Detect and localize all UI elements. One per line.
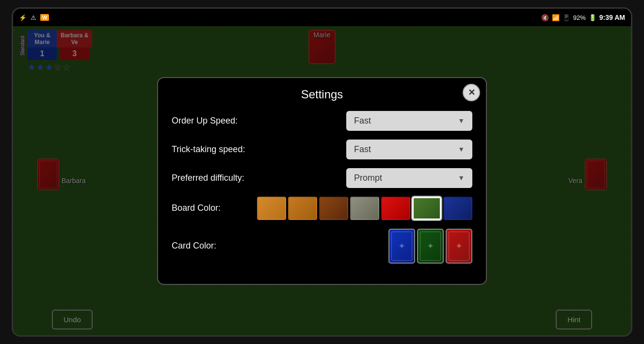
modal-overlay: ✕ Settings Order Up Speed: Fast ▼ Trick-… [13,26,631,335]
board-color-row: Board Color: [172,197,472,220]
status-time: 9:39 AM [599,14,625,21]
card-red-pattern [447,230,471,263]
swatch-blue-felt[interactable] [443,197,472,220]
device-frame: ⚡ ⚠ W 🔇 📶 📱 92% 🔋 9:39 AM Standard You &… [12,7,632,337]
order-up-speed-value: Fast [354,116,371,126]
card-color-label: Card Color: [172,241,216,251]
order-up-speed-arrow: ▼ [458,117,465,125]
close-icon: ✕ [468,87,475,98]
card-green-pattern [418,230,443,263]
word-icon: W [40,14,49,21]
preferred-difficulty-row: Preferred difficulty: Prompt ▼ [172,168,472,188]
close-button[interactable]: ✕ [463,84,480,101]
swatch-light-wood[interactable] [257,197,286,220]
mute-icon: 🔇 [541,14,549,21]
order-up-speed-select[interactable]: Fast ▼ [346,111,472,131]
swatch-medium-wood[interactable] [288,197,317,220]
board-color-label: Board Color: [172,203,221,213]
swatch-dark-wood[interactable] [319,197,348,220]
card-option-green[interactable] [417,229,444,264]
signal-icon: 📱 [563,14,570,21]
trick-taking-speed-arrow: ▼ [458,145,465,153]
swatch-gray-slate[interactable] [350,197,379,220]
game-area: Standard You &Marie 1 Barbara &Ve 3 ★ ★ … [13,26,631,335]
card-color-row: Card Color: [172,229,472,264]
trick-taking-speed-row: Trick-taking speed: Fast ▼ [172,140,472,159]
status-bar: ⚡ ⚠ W 🔇 📶 📱 92% 🔋 9:39 AM [13,9,631,26]
usb-icon: ⚡ [19,14,27,21]
order-up-speed-row: Order Up Speed: Fast ▼ [172,111,472,131]
order-up-speed-label: Order Up Speed: [172,116,238,126]
preferred-difficulty-select[interactable]: Prompt ▼ [346,168,472,188]
status-bar-left: ⚡ ⚠ W [19,14,49,21]
battery-icon: 🔋 [589,14,596,21]
card-option-red[interactable] [446,229,472,264]
battery-label: 92% [573,14,586,21]
preferred-difficulty-label: Preferred difficulty: [172,173,244,183]
wifi-icon: 📶 [552,14,560,21]
modal-title: Settings [172,88,472,101]
status-bar-right: 🔇 📶 📱 92% 🔋 9:39 AM [541,14,625,21]
preferred-difficulty-arrow: ▼ [458,174,465,182]
trick-taking-speed-value: Fast [354,144,371,155]
warning-icon: ⚠ [31,14,36,21]
board-color-swatches [257,197,472,220]
trick-taking-speed-label: Trick-taking speed: [172,144,245,155]
settings-modal: ✕ Settings Order Up Speed: Fast ▼ Trick-… [157,77,487,285]
swatch-red-felt[interactable] [381,197,410,220]
preferred-difficulty-value: Prompt [354,173,382,183]
swatch-green-felt[interactable] [412,197,441,220]
card-blue-pattern [389,230,414,263]
trick-taking-speed-select[interactable]: Fast ▼ [346,140,472,159]
card-option-blue[interactable] [388,229,415,264]
card-color-options [388,229,472,264]
